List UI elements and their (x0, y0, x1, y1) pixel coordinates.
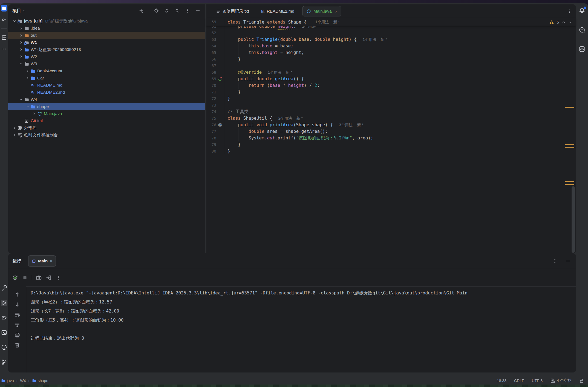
chevron-right-icon[interactable] (18, 25, 24, 31)
tree-row-java[interactable]: java[Git]D:\超级无敌git\Git\java (8, 18, 205, 25)
screenshot-icon[interactable] (36, 275, 42, 281)
at-gutter-icon[interactable]: @ (216, 122, 224, 128)
breadcrumb-w4[interactable]: W4 (20, 379, 26, 383)
status-line-separator[interactable]: CRLF (514, 379, 524, 383)
line-number[interactable]: 73 (206, 102, 216, 108)
chevron-down-icon[interactable] (18, 61, 24, 67)
code-line[interactable]: 80} (206, 148, 576, 154)
chevron-right-icon[interactable] (11, 125, 18, 131)
line-number[interactable]: 80 (206, 148, 216, 154)
line-number[interactable]: 67 (206, 62, 216, 69)
code-line[interactable]: 71 } (206, 89, 576, 95)
line-number[interactable]: 75 (206, 115, 216, 122)
code-line[interactable]: 66 } (206, 56, 576, 62)
more-icon[interactable] (185, 8, 191, 14)
code-line[interactable]: 68 @Override1个用法新 * (206, 69, 576, 76)
problems-icon[interactable] (1, 344, 7, 351)
ai-assistant-icon[interactable] (578, 26, 586, 33)
prev-problem-icon[interactable] (562, 20, 566, 24)
add-icon[interactable] (138, 8, 144, 14)
code-line[interactable]: 73 (206, 102, 576, 108)
services-icon[interactable] (1, 314, 7, 321)
chevron-down-icon[interactable] (25, 104, 31, 110)
code-line[interactable]: 61 private double height;2个用法 (206, 26, 576, 30)
code-line[interactable]: 72} (206, 95, 576, 102)
tree-row-w2[interactable]: W2 (8, 53, 205, 60)
line-number[interactable]: 61 (206, 26, 216, 30)
collapse-all-icon[interactable] (174, 8, 180, 14)
line-number[interactable]: 59 (206, 18, 216, 26)
tree-row-readme2.md[interactable]: M↓README2.md (8, 89, 205, 96)
tree-row--[interactable]: 临时文件和控制台 (8, 131, 205, 139)
line-number[interactable]: 76 (206, 122, 216, 128)
stop-icon[interactable] (22, 275, 28, 281)
tree-row-w1---202506050213[interactable]: W1-赵盈辉-202506050213 (8, 46, 205, 53)
chevron-right-icon[interactable] (25, 68, 31, 74)
print-icon[interactable] (14, 332, 20, 338)
line-number[interactable]: 78 (206, 135, 216, 141)
tree-row-w1[interactable]: W1 (8, 39, 205, 46)
scroll-to-end-icon[interactable] (14, 322, 20, 328)
export-icon[interactable] (46, 275, 52, 281)
chevron-right-icon[interactable] (18, 39, 24, 45)
more-toolwindows-icon[interactable] (1, 46, 7, 52)
down-stacktrace-icon[interactable] (14, 302, 20, 308)
database-icon[interactable] (578, 45, 586, 53)
run-hide-icon[interactable] (565, 258, 571, 264)
editor-tab-ai-.txt[interactable]: ai使用记录.txt (212, 6, 253, 16)
chevron-right-icon[interactable] (18, 32, 24, 38)
soft-wrap-icon[interactable] (14, 312, 20, 318)
code-line[interactable]: 79 } (206, 141, 576, 148)
notifications-icon[interactable] (578, 7, 586, 14)
more-icon[interactable] (56, 275, 62, 281)
tree-row-car[interactable]: Car (8, 74, 205, 82)
close-icon[interactable]: × (50, 259, 52, 263)
tree-row-readme.md[interactable]: M↓README.md (8, 82, 205, 89)
chevron-right-icon[interactable] (31, 111, 37, 117)
code-line[interactable]: 65 this.height = height; (206, 49, 576, 56)
line-number[interactable]: 70 (206, 82, 216, 89)
line-number[interactable]: 77 (206, 128, 216, 135)
code-line[interactable]: 75class ShapeUtil {2个用法新 * (206, 115, 576, 122)
up-stacktrace-icon[interactable] (14, 291, 20, 297)
editor-tab-readme2.md[interactable]: M↓README2.md (257, 6, 298, 16)
line-number[interactable]: 74 (206, 108, 216, 115)
clear-all-icon[interactable] (14, 342, 20, 348)
line-number[interactable]: 71 (206, 89, 216, 95)
line-number[interactable]: 64 (206, 43, 216, 49)
chevron-right-icon[interactable] (18, 54, 24, 60)
tree-row-shape[interactable]: shape (8, 103, 205, 110)
breadcrumb-shape[interactable]: shape (32, 379, 48, 383)
editor-tab-options-icon[interactable] (567, 9, 572, 13)
tree-row-out[interactable]: out (8, 32, 205, 39)
line-number[interactable]: 65 (206, 49, 216, 56)
code-line[interactable]: 64 this.base = base; (206, 43, 576, 49)
locate-file-icon[interactable] (153, 8, 159, 14)
next-problem-icon[interactable] (568, 20, 572, 24)
line-number[interactable]: 68 (206, 69, 216, 76)
breadcrumb-java[interactable]: java (1, 379, 14, 383)
code-viewport[interactable]: 61 private double height;2个用法6263 public… (206, 26, 576, 253)
chevron-right-icon[interactable] (18, 47, 24, 53)
status-lock[interactable] (579, 378, 584, 383)
chevron-down-icon[interactable] (18, 96, 24, 102)
run-tab-main[interactable]: Main × (28, 255, 56, 267)
tree-row-w3[interactable]: W3 (8, 60, 205, 67)
sticky-line[interactable]: 59class Triangle extends Shape { 1个用法新 *… (206, 18, 576, 26)
line-number[interactable]: 66 (206, 56, 216, 62)
run-icon[interactable] (1, 300, 7, 306)
structure-icon[interactable] (1, 34, 7, 41)
editor-tab-main.java[interactable]: Main.java× (302, 6, 341, 16)
code-line[interactable]: 76@ public void printArea(Shape shape) {… (206, 122, 576, 128)
code-line[interactable]: 74// 工具类 (206, 108, 576, 115)
chevron-right-icon[interactable] (25, 75, 31, 81)
code-line[interactable]: 77 double area = shape.getArea(); (206, 128, 576, 135)
tree-row-.idea[interactable]: .idea (8, 25, 205, 32)
version-control-icon[interactable] (1, 359, 7, 365)
build-icon[interactable] (1, 285, 7, 291)
project-icon[interactable] (1, 5, 7, 12)
rerun-icon[interactable] (12, 275, 18, 281)
expand-all-icon[interactable] (164, 8, 170, 14)
line-number[interactable]: 79 (206, 141, 216, 148)
tree-row-git.iml[interactable]: Git.iml (8, 117, 205, 124)
